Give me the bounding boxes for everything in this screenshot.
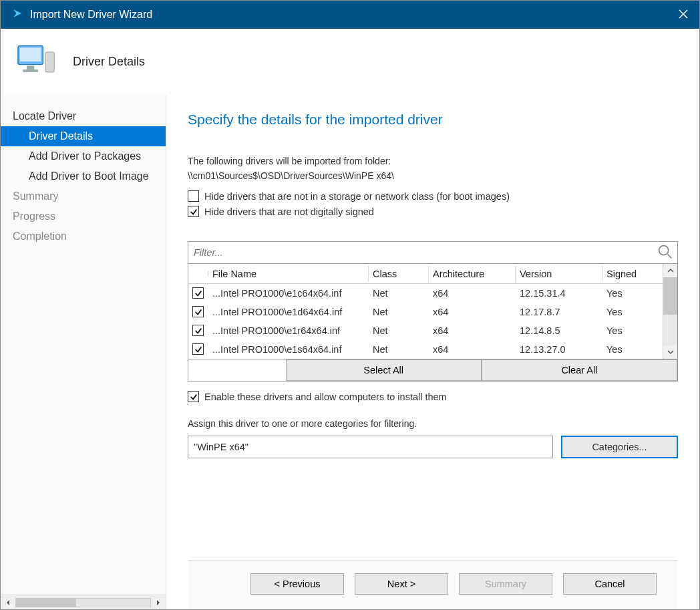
scroll-right-icon[interactable] [155, 599, 162, 606]
cell-signed: Yes [602, 324, 663, 337]
cell-architecture: x64 [429, 287, 516, 300]
cell-class: Net [369, 305, 429, 319]
hide-unsigned-label: Hide drivers that are not digitally sign… [204, 206, 374, 217]
titlebar: Import New Driver Wizard [1, 1, 699, 29]
wizard-header: Driver Details [1, 29, 699, 96]
svg-rect-1 [20, 47, 41, 61]
cell-signed: Yes [602, 305, 663, 319]
cell-version: 12.15.31.4 [516, 287, 602, 300]
cell-file-name: ...Intel PRO1000\e1d64x64.inf [208, 305, 369, 319]
wizard-arrow-icon [11, 7, 23, 22]
sidebar-item-summary: Summary [1, 186, 166, 206]
sidebar-item-completion: Completion [1, 226, 166, 247]
col-file-name[interactable]: File Name [208, 266, 369, 282]
clear-all-button[interactable]: Clear All [482, 359, 677, 381]
filter-input[interactable] [188, 245, 656, 261]
page-title: Driver Details [73, 55, 145, 69]
scroll-up-icon[interactable] [663, 264, 677, 277]
main-heading: Specify the details for the imported dri… [188, 112, 678, 128]
col-signed[interactable]: Signed [602, 266, 663, 282]
intro-text: The following drivers will be imported f… [188, 156, 678, 166]
cell-version: 12.17.8.7 [516, 305, 602, 319]
cell-class: Net [369, 324, 429, 337]
cell-architecture: x64 [429, 324, 516, 337]
cell-signed: Yes [602, 287, 663, 300]
table-header: File Name Class Architecture Version Sig… [188, 264, 663, 284]
sidebar-item-progress: Progress [1, 206, 166, 226]
svg-rect-3 [23, 69, 38, 72]
cell-class: Net [369, 287, 429, 300]
cell-version: 12.13.27.0 [516, 343, 602, 356]
categories-button[interactable]: Categories... [561, 436, 678, 458]
sidebar-item-add-driver-to-boot-image[interactable]: Add Driver to Boot Image [1, 166, 166, 186]
wizard-footer: < Previous Next > Summary Cancel [188, 561, 678, 609]
previous-button[interactable]: < Previous [250, 573, 344, 595]
svg-rect-4 [45, 52, 54, 72]
row-checkbox[interactable] [192, 343, 204, 355]
categories-field: "WinPE x64" [188, 436, 553, 458]
scroll-down-icon[interactable] [663, 345, 677, 359]
enable-drivers-checkbox[interactable] [188, 391, 199, 402]
folder-path: \\cm01\Sources$\OSD\DriverSources\WinPE … [188, 170, 678, 181]
scroll-left-icon[interactable] [5, 599, 11, 606]
cell-file-name: ...Intel PRO1000\e1s64x64.inf [208, 343, 369, 356]
cell-file-name: ...Intel PRO1000\e1r64x64.inf [208, 324, 369, 337]
table-row[interactable]: ...Intel PRO1000\e1d64x64.infNetx6412.17… [188, 303, 663, 321]
hide-non-storage-checkbox[interactable] [188, 190, 199, 202]
cell-file-name: ...Intel PRO1000\e1c64x64.inf [208, 287, 369, 300]
wizard-steps-sidebar: Locate DriverDriver DetailsAdd Driver to… [1, 96, 166, 609]
cell-architecture: x64 [429, 305, 516, 319]
svg-point-5 [659, 245, 669, 255]
drivers-table: File Name Class Architecture Version Sig… [188, 264, 678, 382]
next-button[interactable]: Next > [355, 573, 448, 595]
cancel-button[interactable]: Cancel [563, 573, 657, 595]
row-checkbox[interactable] [192, 306, 204, 317]
col-architecture[interactable]: Architecture [429, 266, 516, 282]
table-row[interactable]: ...Intel PRO1000\e1s64x64.infNetx6412.13… [188, 340, 663, 359]
sidebar-horizontal-scrollbar[interactable] [1, 595, 166, 609]
table-vertical-scrollbar[interactable] [663, 264, 677, 359]
sidebar-item-locate-driver[interactable]: Locate Driver [1, 106, 166, 126]
table-row[interactable]: ...Intel PRO1000\e1r64x64.infNetx6412.14… [188, 321, 663, 340]
scrollbar-thumb[interactable] [16, 599, 76, 607]
svg-rect-2 [27, 66, 34, 70]
hide-non-storage-label: Hide drivers that are not in a storage o… [204, 191, 510, 202]
table-row[interactable]: ...Intel PRO1000\e1c64x64.infNetx6412.15… [188, 284, 663, 303]
row-checkbox[interactable] [192, 287, 204, 299]
sidebar-item-driver-details[interactable]: Driver Details [1, 126, 166, 146]
monitor-icon [17, 43, 57, 81]
row-checkbox[interactable] [192, 325, 204, 336]
scrollbar-thumb[interactable] [663, 277, 677, 315]
hide-unsigned-checkbox[interactable] [188, 206, 199, 217]
sidebar-item-add-driver-to-packages[interactable]: Add Driver to Packages [1, 146, 166, 166]
col-version[interactable]: Version [516, 266, 602, 282]
summary-button: Summary [459, 573, 552, 595]
search-icon[interactable] [656, 243, 677, 263]
cell-signed: Yes [602, 343, 663, 356]
select-all-button[interactable]: Select All [286, 359, 482, 381]
cell-class: Net [369, 343, 429, 356]
col-class[interactable]: Class [369, 266, 429, 282]
window-title: Import New Driver Wizard [30, 9, 152, 21]
close-icon[interactable] [678, 9, 689, 21]
main-panel: Specify the details for the imported dri… [166, 96, 699, 609]
cell-architecture: x64 [429, 343, 516, 356]
assign-categories-label: Assign this driver to one or more catego… [188, 418, 678, 429]
enable-drivers-label: Enable these drivers and allow computers… [204, 392, 447, 402]
cell-version: 12.14.8.5 [516, 324, 602, 337]
